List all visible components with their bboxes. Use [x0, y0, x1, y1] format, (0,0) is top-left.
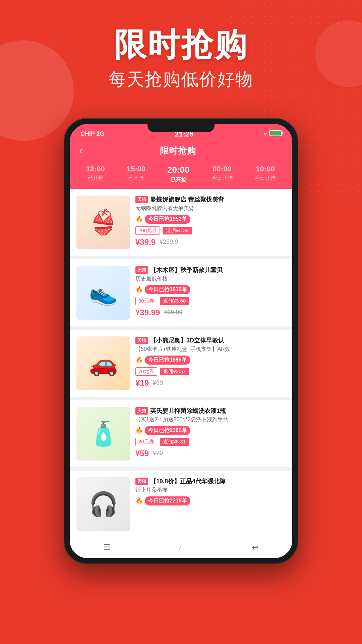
store-row-2: 天猫 【木木屋】秋季新款儿童贝 [135, 266, 286, 274]
coupon-row-4: 20元券 返佣¥5.31 [135, 438, 286, 446]
store-name-1: 曼蝶妮旗舰店 蕾丝聚拢美背 [150, 196, 224, 204]
product-info-4: 天猫 英氏婴儿抑菌除螨洗衣液1瓶 【买1送2！加送500g*2袋洗衣液到手共 🔥… [135, 407, 286, 458]
time-tab-0000[interactable]: 00:00 明日开抢 [212, 165, 233, 183]
battery-icon [269, 130, 282, 138]
time-status-1500: 已开抢 [128, 175, 144, 182]
price-row-2: ¥39.99 ¥69.99 [135, 308, 286, 317]
time-tab-1000[interactable]: 10:00 明日开抢 [254, 165, 276, 183]
product-desc-1: 无钢圈乳胶内衣无痕美背 [135, 205, 286, 212]
flash-icon-4: 🔥 [135, 427, 143, 434]
product-desc-2: 历史最低价格 [135, 275, 286, 282]
menu-icon: ☰ [104, 543, 111, 552]
nav-home-button[interactable]: ⌂ [179, 543, 184, 552]
time-status-1000: 明日开抢 [254, 175, 276, 182]
flash-icon-2: 🔥 [135, 286, 143, 293]
product-desc-5: 带上耳朵不痛 [135, 487, 286, 494]
nav-menu-button[interactable]: ☰ [104, 543, 111, 552]
back-nav-icon: ↩ [252, 543, 258, 552]
time-tab-1200[interactable]: 12:00 已开抢 [86, 165, 105, 183]
coupon-row-1: 200元券 返佣¥5.39 [135, 226, 286, 235]
phone-notch [147, 124, 215, 132]
price-current-2: ¥39.99 [135, 308, 160, 317]
store-name-5: 【19.8价】正品4代华强北降 [150, 477, 226, 485]
bottom-nav: ☰ ⌂ ↩ [70, 538, 292, 558]
product-card-4[interactable]: 🧴 天猫 英氏婴儿抑菌除螨洗衣液1瓶 【买1送2！加送500g*2袋洗衣液到手共… [70, 400, 292, 467]
price-original-2: ¥69.99 [164, 309, 182, 316]
flash-row-4: 🔥 今日已抢2360单 [135, 426, 286, 435]
coupon-row-3: 70元券 返佣¥2.57 [135, 367, 286, 376]
product-emoji-5: 🎧 [76, 477, 130, 531]
flash-count-5: 今日已抢2216单 [145, 496, 190, 505]
status-right: ▿ [264, 130, 282, 138]
store-row-4: 天猫 英氏婴儿抑菌除螨洗衣液1瓶 [135, 407, 286, 415]
store-name-2: 【木木屋】秋季新款儿童贝 [150, 266, 223, 274]
flash-icon-3: 🔥 [135, 356, 143, 364]
page-subtitle: 每天抢购低价好物 [0, 68, 362, 91]
product-emoji-3: 🚗 [76, 336, 130, 390]
product-card-3[interactable]: 🚗 天猫 【小熊尼奥】3D立体早教认 【50张卡片+铁质礼盒+手机支架】AR效 … [70, 330, 292, 397]
app-navbar: ‹ 限时抢购 [70, 142, 292, 162]
flash-icon-5: 🔥 [135, 497, 143, 504]
product-card-5[interactable]: 🎧 天猫 【19.8价】正品4代华强北降 带上耳朵不痛 🔥 今日已抢2216单 [70, 471, 292, 538]
phone-frame: CHIP 2G 21:26 ▿ ‹ 限时抢购 12:00 [64, 118, 298, 564]
product-card-2[interactable]: 👟 天猫 【木木屋】秋季新款儿童贝 历史最低价格 🔥 今日已抢1616单 [70, 259, 292, 326]
product-info-2: 天猫 【木木屋】秋季新款儿童贝 历史最低价格 🔥 今日已抢1616单 30元券 … [135, 266, 286, 317]
product-image-1: 👙 [76, 196, 130, 249]
wifi-icon: ▿ [264, 130, 267, 138]
flash-row-2: 🔥 今日已抢1616单 [135, 285, 286, 294]
time-val-0000: 00:00 [213, 165, 231, 173]
store-row-3: 天猫 【小熊尼奥】3D立体早教认 [135, 336, 286, 344]
store-row-5: 天猫 【19.8价】正品4代华强北降 [135, 477, 286, 485]
time-status-1200: 已开抢 [87, 175, 104, 182]
store-badge-5: 天猫 [135, 478, 148, 485]
time-tabs: 12:00 已开抢 15:00 已开抢 20:00 已开抢 00:00 明日开抢… [70, 162, 292, 189]
product-emoji-2: 👟 [76, 266, 130, 320]
nav-back-button[interactable]: ↩ [252, 543, 258, 552]
product-card-1[interactable]: 👙 天猫 曼蝶妮旗舰店 蕾丝聚拢美背 无钢圈乳胶内衣无痕美背 🔥 今日已抢195… [70, 189, 292, 256]
coupon-row-2: 30元券 返佣¥3.60 [135, 297, 286, 305]
time-val-1200: 12:00 [86, 165, 105, 173]
status-left: CHIP 2G [80, 130, 105, 138]
time-status-0000: 明日开抢 [212, 175, 233, 182]
coupon-tag-4: 20元券 [135, 438, 157, 446]
price-original-3: ¥89 [153, 379, 163, 386]
carrier-text: CHIP 2G [80, 130, 105, 138]
battery-level [269, 130, 282, 136]
coupon-tag-2: 30元券 [135, 297, 157, 305]
back-button[interactable]: ‹ [79, 145, 82, 156]
store-name-4: 英氏婴儿抑菌除螨洗衣液1瓶 [150, 407, 226, 415]
product-list: 👙 天猫 曼蝶妮旗舰店 蕾丝聚拢美背 无钢圈乳胶内衣无痕美背 🔥 今日已抢195… [70, 189, 292, 538]
time-val-1000: 10:00 [256, 165, 275, 173]
product-image-4: 🧴 [76, 407, 130, 461]
product-desc-3: 【50张卡片+铁质礼盒+手机支架】AR效 [135, 346, 286, 353]
price-current-3: ¥19 [135, 378, 149, 388]
time-tab-2000[interactable]: 20:00 已开抢 [167, 165, 190, 183]
store-row-1: 天猫 曼蝶妮旗舰店 蕾丝聚拢美背 [135, 196, 286, 204]
phone-screen: CHIP 2G 21:26 ▿ ‹ 限时抢购 12:00 [70, 124, 292, 558]
rebate-tag-3: 返佣¥2.57 [160, 368, 189, 375]
flash-count-1: 今日已抢1952单 [145, 215, 190, 224]
time-val-1500: 15:00 [127, 165, 145, 173]
store-badge-1: 天猫 [135, 196, 148, 203]
rebate-tag-1: 返佣¥5.39 [163, 227, 192, 234]
flash-count-4: 今日已抢2360单 [145, 426, 190, 435]
price-row-1: ¥39.9 ¥239.9 [135, 237, 286, 247]
product-emoji-1: 👙 [88, 208, 118, 236]
coupon-tag-1: 200元券 [135, 226, 160, 235]
product-desc-4: 【买1送2！加送500g*2袋洗衣液到手共 [135, 416, 286, 423]
flash-row-3: 🔥 今日已抢1896单 [135, 356, 286, 365]
store-badge-3: 天猫 [135, 337, 148, 344]
flash-row-5: 🔥 今日已抢2216单 [135, 496, 286, 505]
flash-icon-1: 🔥 [135, 215, 143, 223]
time-status-2000: 已开抢 [170, 176, 186, 183]
time-val-2000: 20:00 [167, 165, 190, 175]
product-info-1: 天猫 曼蝶妮旗舰店 蕾丝聚拢美背 无钢圈乳胶内衣无痕美背 🔥 今日已抢1952单… [135, 196, 286, 247]
home-icon: ⌂ [179, 543, 184, 552]
time-tab-1500[interactable]: 15:00 已开抢 [127, 165, 145, 183]
product-info-3: 天猫 【小熊尼奥】3D立体早教认 【50张卡片+铁质礼盒+手机支架】AR效 🔥 … [135, 336, 286, 388]
rebate-tag-4: 返佣¥5.31 [160, 438, 189, 446]
product-image-3: 🚗 [76, 336, 130, 390]
price-current-1: ¥39.9 [135, 237, 156, 247]
flash-row-1: 🔥 今日已抢1952单 [135, 215, 286, 224]
store-badge-4: 天猫 [135, 407, 148, 415]
